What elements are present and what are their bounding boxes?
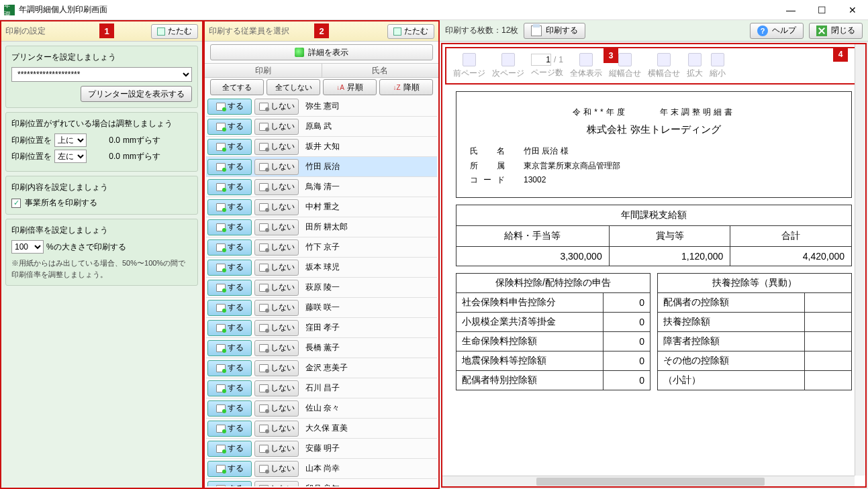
print-off-button[interactable]: しない (254, 199, 299, 215)
zoom-in-button[interactable]: 拡大 (687, 53, 703, 79)
zoom-out-button[interactable]: 縮小 (710, 53, 726, 79)
employee-row[interactable]: するしない佐山 奈々 (206, 398, 437, 419)
print-off-button[interactable]: しない (254, 421, 299, 437)
employee-row[interactable]: するしない卯月 良知 (206, 479, 437, 486)
sort-asc-icon: ↓A (336, 84, 344, 91)
close-button[interactable]: 閉じる (809, 23, 863, 39)
print-off-button[interactable]: しない (254, 280, 299, 296)
print-on-button[interactable]: する (207, 360, 252, 376)
print-on-button[interactable]: する (207, 239, 252, 256)
print-on-button[interactable]: する (207, 99, 252, 115)
all-on-button[interactable]: 全てする (210, 79, 264, 95)
horizontal-scrollbar[interactable] (442, 476, 855, 486)
print-off-button[interactable]: しない (254, 119, 299, 135)
help-icon: ? (757, 25, 768, 36)
employee-name: 竹下 京子 (300, 241, 437, 253)
next-page-button[interactable]: 次ページ (492, 53, 524, 79)
employee-row[interactable]: するしない坂本 球児 (206, 258, 437, 278)
print-on-button[interactable]: する (207, 320, 252, 336)
print-on-button[interactable]: する (207, 199, 252, 215)
employee-row[interactable]: するしない萩原 陵一 (206, 278, 437, 298)
print-off-button[interactable]: しない (254, 340, 299, 356)
employee-row[interactable]: するしない田所 耕太郎 (206, 217, 437, 237)
fit-h-button[interactable]: 横幅合せ (648, 53, 680, 79)
printer-icon (216, 163, 226, 171)
print-off-button[interactable]: しない (254, 380, 299, 396)
employee-row[interactable]: するしない竹下 京子 (206, 237, 437, 258)
print-on-button[interactable]: する (207, 340, 252, 356)
fold-button[interactable]: たたむ (151, 24, 198, 39)
print-on-button[interactable]: する (207, 300, 252, 316)
offset-vert-value: 0.0 (89, 135, 120, 145)
print-off-button[interactable]: しない (254, 461, 299, 477)
fit-all-button[interactable]: 全体表示 (570, 53, 602, 79)
employee-row[interactable]: するしない大久保 直美 (206, 419, 437, 439)
print-off-button[interactable]: しない (254, 239, 299, 256)
print-on-button[interactable]: する (207, 400, 252, 417)
print-on-button[interactable]: する (207, 441, 252, 457)
show-detail-button[interactable]: 詳細を表示 (210, 44, 433, 60)
employee-row[interactable]: するしない山本 尚幸 (206, 459, 437, 479)
print-off-button[interactable]: しない (254, 260, 299, 276)
print-on-button[interactable]: する (207, 461, 252, 477)
printer-icon (216, 445, 226, 453)
print-on-button[interactable]: する (207, 481, 252, 487)
print-on-button[interactable]: する (207, 179, 252, 195)
employee-row[interactable]: するしない藤咲 咲一 (206, 298, 437, 318)
employee-list[interactable]: するしない弥生 憲司するしない原島 武するしない坂井 大知するしない竹田 辰治す… (206, 97, 437, 486)
employee-row[interactable]: するしない長橋 薫子 (206, 338, 437, 358)
print-on-button[interactable]: する (207, 219, 252, 235)
print-on-button[interactable]: する (207, 119, 252, 135)
employee-name: 大久保 直美 (300, 423, 437, 434)
page-input[interactable] (531, 54, 551, 66)
fold-button[interactable]: たたむ (387, 24, 434, 39)
print-off-button[interactable]: しない (254, 400, 299, 417)
print-off-button[interactable]: しない (254, 139, 299, 155)
fit-h-icon (657, 53, 671, 66)
sort-asc-button[interactable]: ↓A昇順 (323, 79, 377, 95)
print-on-button[interactable]: する (207, 280, 252, 296)
printer-icon (216, 324, 226, 332)
print-off-button[interactable]: しない (254, 320, 299, 336)
vertical-scrollbar[interactable] (855, 44, 865, 476)
employee-row[interactable]: するしない中村 重之 (206, 197, 437, 217)
employee-row[interactable]: するしない安藤 明子 (206, 439, 437, 459)
print-off-button[interactable]: しない (254, 300, 299, 316)
print-off-button[interactable]: しない (254, 441, 299, 457)
help-button[interactable]: ? ヘルプ (750, 23, 804, 39)
print-button[interactable]: 印刷する (524, 23, 585, 39)
employee-row[interactable]: するしない原島 武 (206, 117, 437, 137)
detail-icon (295, 48, 304, 57)
print-on-button[interactable]: する (207, 380, 252, 396)
prev-page-button[interactable]: 前ページ (453, 53, 485, 79)
print-off-button[interactable]: しない (254, 481, 299, 487)
employee-row[interactable]: するしない竹田 辰治 (206, 157, 437, 177)
scale-select[interactable]: 100 (11, 240, 44, 254)
print-off-button[interactable]: しない (254, 179, 299, 195)
print-on-button[interactable]: する (207, 260, 252, 276)
printer-select[interactable]: ******************** (11, 67, 192, 82)
zoom-in-icon (688, 53, 702, 66)
print-on-button[interactable]: する (207, 159, 252, 175)
print-off-button[interactable]: しない (254, 99, 299, 115)
close-window-button[interactable]: ✕ (837, 0, 868, 20)
print-on-button[interactable]: する (207, 421, 252, 437)
show-printer-settings-button[interactable]: プリンター設定を表示する (81, 86, 192, 102)
offset-vert-select[interactable]: 上に (54, 133, 87, 147)
print-off-button[interactable]: しない (254, 360, 299, 376)
employee-row[interactable]: するしない金沢 恵美子 (206, 358, 437, 378)
offset-horz-select[interactable]: 左に (54, 150, 87, 163)
minimize-button[interactable]: — (775, 0, 806, 20)
all-off-button[interactable]: 全てしない (267, 79, 320, 95)
sort-desc-button[interactable]: ↓Z降順 (379, 79, 433, 95)
employee-row[interactable]: するしない弥生 憲司 (206, 97, 437, 117)
print-office-name-checkbox[interactable]: ✓ 事業所名を印刷する (11, 197, 192, 209)
employee-row[interactable]: するしない石川 昌子 (206, 378, 437, 398)
maximize-button[interactable]: ☐ (806, 0, 837, 20)
employee-row[interactable]: するしない鳥海 清一 (206, 177, 437, 197)
employee-row[interactable]: するしない窪田 孝子 (206, 318, 437, 338)
print-off-button[interactable]: しない (254, 159, 299, 175)
employee-row[interactable]: するしない坂井 大知 (206, 137, 437, 157)
print-off-button[interactable]: しない (254, 219, 299, 235)
print-on-button[interactable]: する (207, 139, 252, 155)
